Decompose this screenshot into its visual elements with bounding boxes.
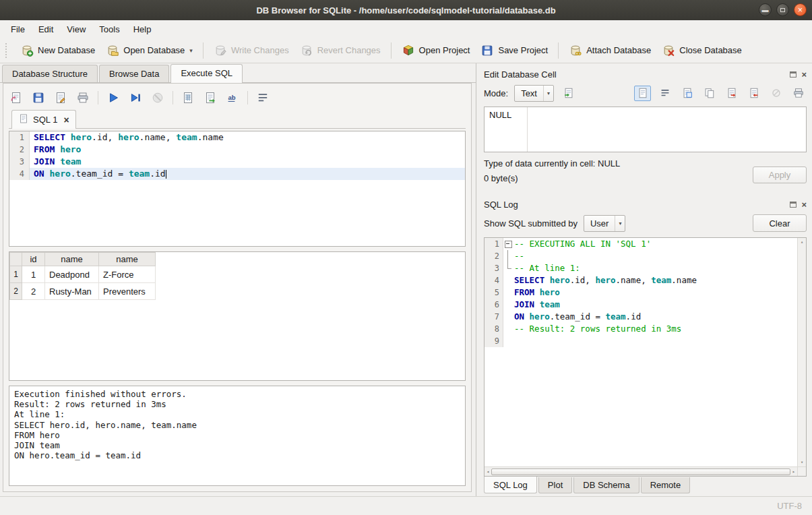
menu-tools[interactable]: Tools [92,22,126,37]
tab-sql-log[interactable]: SQL Log [484,477,537,493]
submitter-combobox[interactable]: User ▾ [584,215,625,232]
cell-value-editor[interactable]: NULL [484,107,807,152]
open-project-button[interactable]: Open Project [396,41,476,60]
sql-subtabs: SQL 1 × [9,110,466,129]
word-wrap-icon[interactable] [255,90,270,105]
chevron-down-icon: ▾ [615,216,621,231]
clear-button[interactable]: Clear [753,214,807,232]
text-view-icon[interactable] [634,86,651,101]
scrollbar-thumb[interactable] [491,468,790,475]
new-database-button[interactable]: New Database [15,41,100,60]
grid-cell[interactable]: 1 [22,266,45,283]
open-sql-file-icon[interactable] [9,90,24,105]
dock-float-icon[interactable] [790,202,797,208]
collapse-icon[interactable] [503,238,513,250]
menu-edit[interactable]: Edit [32,22,60,37]
window-controls: ▬ × [759,3,807,16]
titlebar[interactable]: DB Browser for SQLite - /home/user/code/… [0,0,812,20]
write-changes-button: Write Changes [208,41,294,60]
wrap-view-icon[interactable] [656,86,673,101]
export-csv-icon[interactable] [181,90,195,105]
log-line: 4SELECT hero.id, hero.name, team.name [485,274,797,286]
execute-current-line-icon[interactable] [128,90,143,105]
grid-cell[interactable]: Deadpond [45,266,99,283]
horizontal-scrollbar[interactable]: ◂▸ [485,466,797,476]
database-new-icon [20,44,34,57]
filter-label: Show SQL submitted by [484,218,577,229]
menu-help[interactable]: Help [127,22,158,37]
editor-line: 1SELECT hero.id, hero.name, team.name [9,131,465,144]
import-data-icon[interactable] [745,86,762,101]
toolbar-separator [173,91,173,104]
set-null-icon [768,86,784,101]
dock-close-icon[interactable]: × [801,71,807,78]
chevron-down-icon[interactable]: ▾ [189,47,193,54]
close-database-button[interactable]: Close Database [656,41,747,60]
log-line: 1-- EXECUTING ALL IN 'SQL 1' [485,238,797,250]
open-project-label: Open Project [419,45,470,55]
revert-changes-button: Revert Changes [294,41,386,60]
grid-cell[interactable]: Z-Force [99,266,156,283]
save-sql-file-icon[interactable] [31,90,46,105]
tab-browse-data[interactable]: Browse Data [99,65,169,82]
vertical-scrollbar[interactable]: ▴▾ [797,238,806,466]
grid-cell[interactable]: Preventers [99,283,156,300]
sql-log-filter-row: Show SQL submitted by User ▾ Clear [484,211,807,235]
line-number: 1 [485,238,503,250]
maximize-icon[interactable] [776,3,789,16]
tab-db-schema[interactable]: DB Schema [573,477,639,493]
close-icon[interactable]: × [794,3,807,16]
row-header[interactable]: 1 [10,266,22,283]
sql-editor[interactable]: 1SELECT hero.id, hero.name, team.name2FR… [9,131,466,247]
submitter-value: User [590,218,608,229]
column-header-id-0[interactable]: id [22,253,45,266]
edit-cell-title: Edit Database Cell [484,69,790,80]
column-header-name-2[interactable]: name [99,253,156,266]
dock-close-icon[interactable]: × [801,202,807,208]
menu-view[interactable]: View [60,22,92,37]
sql-file-icon [18,113,29,126]
text-cursor [166,170,166,179]
save-sql-as-icon[interactable] [53,90,68,105]
copy-data-icon[interactable] [701,86,718,101]
line-number: 5 [485,286,503,299]
sql-tab-label: SQL 1 [33,115,57,125]
results-grid: idnamename11DeadpondZ-Force22Rusty-ManPr… [9,251,466,381]
tab-database-structure[interactable]: Database Structure [2,65,98,82]
tab-close-icon[interactable]: × [63,115,69,125]
open-external-icon[interactable] [679,86,695,101]
minimize-icon[interactable]: ▬ [759,3,772,16]
export-data-icon[interactable] [723,86,740,101]
column-header-name-1[interactable]: name [45,253,99,266]
export-sql-icon[interactable] [203,90,218,105]
open-database-button[interactable]: Open Database▾ [100,41,198,60]
grid-cell[interactable]: Rusty-Man [45,283,99,300]
print-icon[interactable] [75,90,90,105]
dock-float-icon[interactable] [790,71,797,78]
save-project-button[interactable]: Save Project [475,41,553,60]
sql-log-title: SQL Log [484,200,790,210]
cell-value: NULL [485,107,528,152]
print-small-icon[interactable] [790,86,807,101]
sql-log-header: SQL Log × [484,198,807,211]
toolbar-separator [558,42,559,59]
save-project-label: Save Project [498,45,548,55]
line-number: 2 [485,250,503,262]
sql-tab[interactable]: SQL 1 × [11,110,76,129]
menu-file[interactable]: File [4,22,32,37]
mode-combobox[interactable]: Text ▾ [514,85,554,102]
log-line: 5FROM hero [485,286,797,299]
toolbar-grip[interactable] [5,43,9,58]
line-number: 4 [9,168,30,180]
edit-cell-dock: Edit Database Cell × Mode: Text ▾ NULL [476,63,812,496]
format-sql-icon[interactable]: ab [225,90,240,105]
tab-plot[interactable]: Plot [538,477,572,493]
tab-remote[interactable]: Remote [641,477,691,493]
execute-all-icon[interactable] [106,90,121,105]
grid-cell[interactable]: 2 [22,283,45,300]
line-number: 1 [9,131,30,144]
attach-database-button[interactable]: Attach Database [563,41,656,60]
row-header[interactable]: 2 [10,283,22,300]
tab-execute-sql[interactable]: Execute SQL [170,64,243,83]
import-text-icon[interactable] [560,86,577,101]
